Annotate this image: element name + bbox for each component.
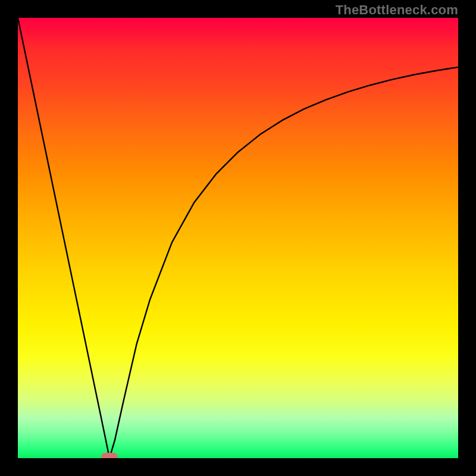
watermark-text: TheBottleneck.com: [336, 2, 458, 18]
plot-gradient-background: [18, 18, 458, 458]
chart-canvas: TheBottleneck.com: [0, 0, 476, 476]
frame-right: [458, 0, 476, 476]
frame-left: [0, 0, 18, 476]
frame-bottom: [0, 458, 476, 476]
